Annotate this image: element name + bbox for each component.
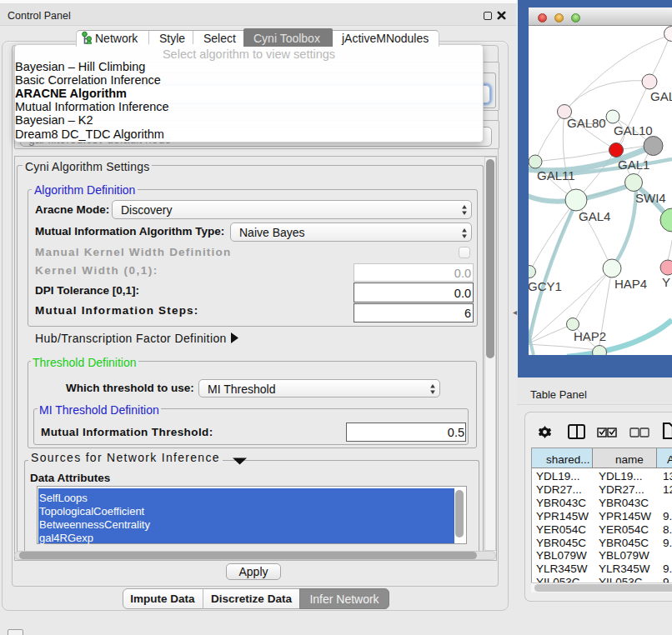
svg-text:GAL80: GAL80 [567, 116, 606, 130]
svg-text:GAL1: GAL1 [618, 158, 649, 172]
svg-text:Y: Y [662, 275, 670, 289]
svg-text:GAL4: GAL4 [579, 209, 610, 223]
svg-text:SWI4: SWI4 [635, 191, 666, 205]
svg-text:HAP2: HAP2 [574, 329, 606, 343]
svg-text:GAL10: GAL10 [614, 123, 653, 138]
svg-text:GCY1: GCY1 [529, 279, 562, 293]
svg-text:GAL11: GAL11 [537, 168, 575, 182]
svg-text:HAP4: HAP4 [614, 277, 647, 291]
svg-text:GAL2: GAL2 [650, 89, 672, 103]
